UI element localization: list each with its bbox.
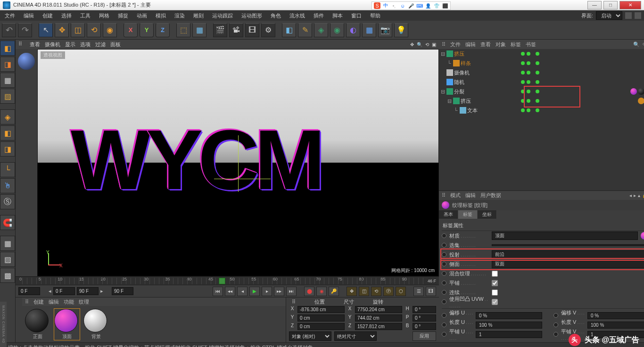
move-tool[interactable]: ✥ — [55, 23, 69, 37]
timeline-ruler[interactable]: 051015202530354045505560657075808590 46 … — [16, 276, 439, 285]
obj-menu-编辑[interactable]: 编辑 — [465, 41, 476, 48]
deformer[interactable]: ◐ — [346, 23, 360, 37]
range-in[interactable] — [53, 287, 75, 295]
coord-input[interactable] — [355, 314, 402, 322]
object-row[interactable]: ⊟分裂 — [439, 87, 644, 96]
key-scale[interactable]: ◫ — [359, 287, 369, 296]
menu-窗口[interactable]: 窗口 — [349, 11, 363, 20]
obj-menu-标签[interactable]: 标签 — [511, 41, 521, 48]
apply-button[interactable]: 应用 — [413, 331, 436, 341]
x-lock[interactable]: X — [124, 23, 138, 37]
model-mode[interactable]: ◧ — [0, 41, 15, 56]
nav-sphere[interactable] — [18, 53, 35, 70]
object-row[interactable]: ⊟挤压 — [439, 96, 644, 106]
range-start[interactable] — [18, 287, 40, 295]
nav-back[interactable]: ◂ — [629, 193, 632, 198]
key-pla[interactable]: ⬡ — [396, 287, 406, 296]
animate-filter[interactable]: ☰ — [413, 287, 424, 296]
tab-基本[interactable]: 基本 — [439, 210, 458, 219]
workplane-4[interactable]: ▨ — [0, 252, 15, 267]
generator-2[interactable]: ◉ — [330, 23, 344, 37]
material-背景[interactable]: 背景 — [83, 309, 109, 340]
coord-input[interactable] — [413, 314, 436, 322]
menu-工具[interactable]: 工具 — [78, 11, 92, 20]
mat-menu-纹理[interactable]: 纹理 — [79, 298, 89, 306]
layout-icon-2[interactable] — [635, 12, 641, 19]
search-icon[interactable]: 🔍 — [633, 41, 640, 48]
key-param[interactable]: Ⓟ — [383, 287, 394, 296]
object-row[interactable]: 摄像机 — [439, 68, 644, 77]
vp-rot-icon[interactable]: ⟲ — [425, 42, 429, 47]
key-pos[interactable]: ✥ — [347, 287, 357, 296]
edge-mode[interactable]: ◧ — [0, 125, 15, 140]
keyframe-sel[interactable]: 🔑 — [329, 287, 339, 296]
menu-选择[interactable]: 选择 — [59, 11, 74, 20]
obj-menu-书签[interactable]: 书签 — [526, 41, 536, 48]
coord-input[interactable] — [297, 306, 345, 313]
scale-tool[interactable]: ◫ — [71, 23, 85, 37]
attr-row[interactable]: 投射前沿▾ — [442, 250, 644, 259]
next-frame[interactable]: ▸ — [262, 287, 272, 296]
poly-mode[interactable]: ◨ — [0, 141, 15, 157]
vp-menu-显示[interactable]: 显示 — [65, 41, 75, 48]
material-顶面[interactable]: 顶面 — [54, 309, 80, 340]
y-lock[interactable]: Y — [140, 23, 154, 37]
attr-row[interactable]: 使用凹凸 UVW — [442, 297, 644, 306]
menu-网格[interactable]: 网格 — [97, 11, 111, 20]
attr-row[interactable]: 侧面双面▾ — [442, 259, 644, 269]
play-button[interactable]: ▶ — [249, 287, 260, 296]
z-lock[interactable]: Z — [156, 23, 170, 37]
vp-max-icon[interactable]: ▣ — [432, 42, 436, 47]
soft-tool[interactable]: 🖱 — [0, 178, 15, 193]
menu-脚本[interactable]: 脚本 — [330, 11, 345, 20]
obj-menu-对象[interactable]: 对象 — [495, 41, 506, 48]
nav-fwd[interactable]: ▸ — [634, 193, 636, 198]
menu-创建[interactable]: 创建 — [41, 11, 55, 20]
primitive-cube[interactable]: ◧ — [282, 23, 296, 37]
render-pv[interactable]: 📽 — [229, 23, 243, 37]
menu-插件[interactable]: 插件 — [312, 11, 326, 20]
tab-标签[interactable]: 标签 — [458, 210, 478, 219]
camera-button[interactable]: 📷 — [378, 23, 392, 37]
coord-system[interactable]: ⬚ — [176, 23, 190, 37]
coord-input[interactable] — [355, 323, 402, 330]
animate-filter-2[interactable]: 🎞 — [426, 287, 436, 296]
coord-input[interactable] — [297, 323, 345, 330]
workplane-2[interactable]: ▨ — [0, 89, 15, 104]
obj-menu-文件[interactable]: 文件 — [450, 41, 461, 48]
menu-捕捉[interactable]: 捕捉 — [116, 11, 130, 20]
generator[interactable]: ◈ — [314, 23, 328, 37]
vp-menu-过滤[interactable]: 过滤 — [95, 41, 106, 48]
timeline-marker[interactable] — [219, 278, 225, 284]
vp-menu-选项[interactable]: 选项 — [80, 41, 91, 48]
undo-button[interactable]: ↶ — [2, 23, 16, 37]
object-row[interactable]: └样条 — [439, 58, 644, 68]
menu-文件[interactable]: 文件 — [3, 11, 17, 20]
maximize-button[interactable]: □ — [603, 1, 618, 9]
minimize-button[interactable]: — — [587, 1, 602, 9]
mat-menu-编辑[interactable]: 编辑 — [49, 298, 59, 306]
next-key[interactable]: ▸▸ — [274, 287, 284, 296]
spline-pen[interactable]: ✎ — [298, 23, 312, 37]
redo-button[interactable]: ↷ — [18, 23, 32, 37]
attr-row[interactable]: 选集 — [442, 240, 644, 250]
menu-运动跟踪[interactable]: 运动跟踪 — [210, 11, 235, 20]
obj-menu-查看[interactable]: 查看 — [480, 41, 491, 48]
menu-帮助[interactable]: 帮助 — [368, 11, 382, 20]
texture-mode[interactable]: ◨ — [0, 57, 15, 72]
vp-menu-面板[interactable]: 面板 — [110, 41, 121, 48]
menu-渲染[interactable]: 渲染 — [173, 11, 187, 20]
magnet-tool[interactable]: 🧲 — [0, 215, 15, 230]
range-out[interactable] — [77, 287, 99, 295]
object-row[interactable]: 随机 — [439, 77, 644, 87]
material-正面[interactable]: 正面 — [25, 309, 50, 340]
workplane-mode[interactable]: ▦ — [0, 73, 15, 88]
attr-menu-用户数据[interactable]: 用户数据 — [480, 192, 501, 199]
menu-雕刻[interactable]: 雕刻 — [191, 11, 206, 20]
layout-icon[interactable] — [625, 12, 632, 19]
mat-menu-功能[interactable]: 功能 — [64, 298, 74, 306]
vp-menu-摄像机[interactable]: 摄像机 — [45, 41, 60, 48]
last-tool[interactable]: ◉ — [103, 23, 117, 37]
menu-运动图形[interactable]: 运动图形 — [239, 11, 264, 20]
render-view[interactable]: ▦ — [192, 23, 206, 37]
